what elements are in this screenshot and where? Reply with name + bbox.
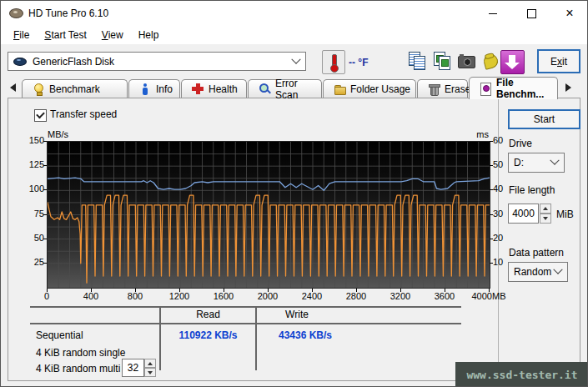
- arrow-down-icon: [148, 371, 153, 374]
- device-selector-value: GenericFlash Disk: [33, 56, 114, 68]
- chevron-down-icon: [291, 54, 300, 63]
- tick-mark: [43, 263, 47, 264]
- tick-mark: [489, 289, 490, 292]
- file-length-stepper: [540, 204, 551, 224]
- lightbulb-icon: [33, 83, 44, 95]
- tab-label: Health: [209, 83, 238, 95]
- menu-view[interactable]: View: [94, 28, 131, 43]
- y-right-tick: 30: [493, 209, 513, 219]
- drive-select[interactable]: D:: [508, 153, 565, 173]
- tick-mark: [490, 141, 493, 142]
- title-bar: HD Tune Pro 6.10 ×: [1, 1, 587, 26]
- disk-icon: [13, 58, 27, 66]
- tab-label: Erase: [445, 83, 470, 95]
- stepper-up-button[interactable]: [144, 359, 156, 368]
- y-left-tick: 75: [24, 209, 44, 219]
- close-button[interactable]: ×: [550, 1, 588, 26]
- tab-label: Info: [156, 83, 173, 95]
- stepper-down-button[interactable]: [144, 368, 156, 377]
- thermometer-icon: [332, 54, 337, 67]
- menu-help[interactable]: Help: [131, 28, 167, 43]
- hand-button[interactable]: [480, 51, 501, 72]
- row-label-random-multi: 4 KiB random multi: [36, 363, 120, 374]
- copy-image-button[interactable]: [432, 51, 454, 72]
- tick-mark: [47, 289, 48, 292]
- device-selector[interactable]: GenericFlash Disk: [8, 52, 306, 71]
- tick-mark: [43, 189, 47, 190]
- app-disk-icon: [9, 8, 23, 18]
- camera-icon: [458, 56, 475, 68]
- tick-mark: [91, 289, 92, 292]
- save-results-button[interactable]: [500, 50, 525, 74]
- watermark: www.ssd-tester.it: [455, 362, 588, 387]
- y-left-tick: 50: [24, 233, 44, 243]
- chevron-down-icon: [550, 156, 559, 165]
- magnifier-icon: [259, 83, 270, 95]
- hand-icon: [482, 53, 500, 70]
- minimize-button[interactable]: [474, 1, 512, 26]
- tab-error-scan[interactable]: Error Scan: [248, 79, 322, 98]
- tab-label: Folder Usage: [350, 83, 410, 95]
- info-icon: [139, 83, 151, 95]
- tick-mark: [268, 289, 269, 292]
- thread-count-stepper: [144, 359, 156, 377]
- page-bulb-icon: [480, 83, 491, 95]
- tab-erase[interactable]: Erase: [417, 79, 468, 98]
- tab-health[interactable]: Health: [181, 79, 247, 98]
- screenshot-button[interactable]: [455, 51, 477, 72]
- y-right-axis-unit: ms: [468, 129, 489, 139]
- y-left-tick: 125: [24, 159, 44, 169]
- arrow-up-icon: [148, 362, 153, 365]
- tick-mark: [490, 239, 493, 239]
- maximize-button[interactable]: [512, 1, 550, 26]
- y-right-tick: 50: [493, 159, 513, 169]
- write-column-header: Write: [255, 309, 339, 320]
- y-left-axis-unit: MB/s: [48, 129, 68, 139]
- tab-info[interactable]: Info: [128, 79, 180, 98]
- folder-icon: [334, 83, 345, 95]
- data-pattern-select[interactable]: Random: [508, 262, 568, 282]
- tab-file-benchmark[interactable]: File Benchm...: [469, 77, 558, 99]
- table-line: [255, 306, 257, 370]
- tick-mark: [400, 289, 401, 292]
- data-pattern-label: Data pattern: [509, 247, 564, 259]
- benchmark-chart: [47, 141, 490, 289]
- drive-select-value: D:: [514, 157, 524, 168]
- thread-count-input[interactable]: 32: [122, 359, 144, 377]
- row-label-sequential: Sequential: [36, 329, 83, 341]
- sequential-read-value: 110922 KB/s: [161, 329, 255, 341]
- temperature-button[interactable]: [322, 50, 345, 74]
- tab-benchmark[interactable]: Benchmark: [22, 79, 128, 98]
- tab-scroll-left[interactable]: [8, 82, 18, 93]
- data-pattern-value: Random: [514, 266, 551, 278]
- y-left-tick: 100: [24, 183, 44, 194]
- tick-mark: [490, 189, 493, 190]
- trash-icon: [428, 83, 440, 95]
- read-column-header: Read: [161, 309, 255, 320]
- tick-mark: [43, 239, 47, 239]
- y-right-tick: 40: [493, 183, 513, 194]
- copy-text-button[interactable]: [407, 51, 429, 72]
- tab-label: File Benchm...: [496, 77, 557, 100]
- arrow-right-icon: [565, 83, 571, 92]
- y-right-tick: 10: [493, 257, 513, 267]
- tab-folder-usage[interactable]: Folder Usage: [323, 79, 416, 98]
- tab-scroll-right[interactable]: [563, 82, 574, 93]
- menu-bar: FileStart TestViewHelp: [1, 26, 587, 44]
- stepper-down-button[interactable]: [540, 214, 551, 224]
- minimize-icon: [489, 13, 497, 14]
- tick-mark: [179, 289, 180, 292]
- start-button[interactable]: Start: [508, 109, 580, 129]
- menu-start-test[interactable]: Start Test: [37, 28, 93, 43]
- stepper-up-button[interactable]: [540, 204, 551, 214]
- menu-file[interactable]: File: [6, 28, 37, 43]
- y-right-tick: 20: [493, 233, 513, 243]
- chevron-down-icon: [553, 265, 562, 274]
- transfer-speed-checkbox[interactable]: [34, 109, 47, 122]
- file-length-unit: MiB: [556, 209, 574, 220]
- transfer-speed-label: Transfer speed: [50, 108, 117, 120]
- exit-button[interactable]: Exit: [537, 49, 580, 73]
- tab-label: Benchmark: [49, 83, 100, 95]
- tick-mark: [490, 214, 493, 215]
- arrow-up-icon: [543, 207, 548, 210]
